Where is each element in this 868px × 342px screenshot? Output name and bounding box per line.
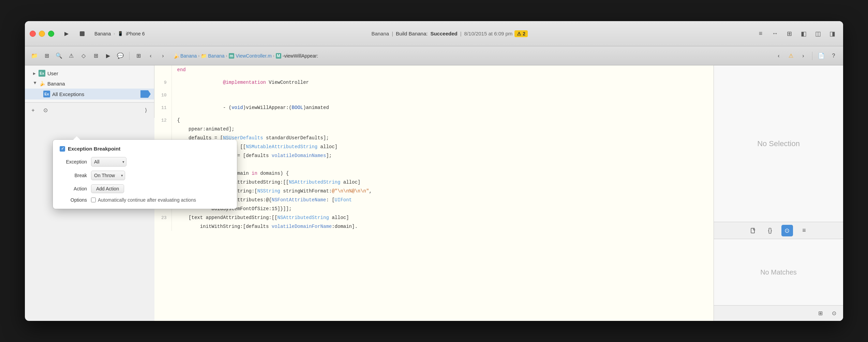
sidebar: ▶ Ex User ▶ 🍌 Banana ▶ Ex All Excepti <box>25 65 154 118</box>
circle-icon: ⊙ <box>784 227 790 234</box>
table-row: boldSystemFontOfSize:15]}]]; <box>154 204 714 213</box>
exception-row: Exception All Objective-C C++ <box>60 157 230 167</box>
svg-rect-0 <box>751 228 754 233</box>
nav-back-btn[interactable]: ‹ <box>145 50 156 61</box>
breakpoint-arrow <box>140 90 151 98</box>
circle-view-btn[interactable]: ⊙ <box>829 308 839 318</box>
table-row: 12 { <box>154 116 714 125</box>
expand-arrow-user: ▶ <box>33 72 37 75</box>
code-editor: end 9 @implementation ViewController 10 <box>154 65 714 321</box>
code-table: end 9 @implementation ViewController 10 <box>154 65 714 231</box>
exception-label: Exception <box>60 159 87 165</box>
titlebar-right: ≡ ↔ ⊞ ◧ ◫ ◨ <box>754 28 838 40</box>
nav-grid-btn[interactable]: ⊞ <box>133 50 144 61</box>
m-file-icon: m <box>229 53 235 59</box>
break-select[interactable]: On Throw On Catch <box>91 171 125 180</box>
nav-folder-btn[interactable]: 📁 <box>29 50 40 61</box>
file-inspector-tab[interactable] <box>747 225 759 236</box>
right-bottom-footer: ⊞ ⊙ <box>714 305 843 321</box>
auto-continue-checkbox[interactable] <box>91 198 96 202</box>
editor-standard-btn[interactable]: ≡ <box>754 28 767 40</box>
popover-enabled-checkbox[interactable]: ✓ <box>60 146 65 152</box>
code-content[interactable]: end 9 @implementation ViewController 10 <box>154 65 714 321</box>
run-button[interactable]: ▶ <box>60 28 73 40</box>
exception-icon: Ex <box>43 91 50 97</box>
exception-select[interactable]: All Objective-C C++ <box>91 157 126 167</box>
sidebar-item-user[interactable]: ▶ Ex User <box>25 68 154 78</box>
maximize-button[interactable] <box>48 31 54 37</box>
sidebar-item-exceptions-label: All Exceptions <box>52 91 140 97</box>
identity-inspector-tab[interactable]: ⊙ <box>781 225 793 236</box>
breadcrumb-method[interactable]: M -viewWillAppear: <box>276 53 318 59</box>
no-matches-area: No Matches <box>714 239 843 305</box>
build-status: Banana | Build Banana: Succeeded | 8/10/… <box>371 31 512 36</box>
next-issue-btn[interactable]: › <box>798 50 809 61</box>
nav-debug-btn[interactable]: ⊞ <box>90 50 101 61</box>
help-btn[interactable]: ? <box>828 50 839 61</box>
breadcrumb-banana-1[interactable]: 🍌 Banana <box>173 53 197 59</box>
table-row: initWithString:[NSString stringWithForma… <box>154 187 714 196</box>
nav-toggle-btn[interactable]: ◧ <box>797 28 810 40</box>
add-action-button[interactable]: Add Action <box>91 184 124 193</box>
view-breakpoints-btn[interactable]: ⟩ <box>141 106 151 115</box>
file-icon <box>750 228 756 234</box>
util-toggle-btn[interactable]: ◨ <box>826 28 838 40</box>
sidebar-footer: + ⊙ ⟩ <box>25 102 154 118</box>
debug-toggle-btn[interactable]: ◫ <box>812 28 824 40</box>
warning-count: 2 <box>523 31 525 36</box>
action-row: Action Add Action <box>60 184 230 193</box>
banana-app-icon: 🍌 <box>173 53 179 59</box>
nav-search-btn[interactable]: 🔍 <box>54 50 64 61</box>
no-selection-label: No Selection <box>757 139 800 148</box>
sidebar-wrapper: ▶ Ex User ▶ 🍌 Banana ▶ Ex All Excepti <box>25 65 154 321</box>
table-row: 22 [text appendAttributedString:[[NSAttr… <box>154 178 714 187</box>
sidebar-item-all-exceptions[interactable]: ▶ Ex All Exceptions <box>25 89 154 99</box>
quick-help-tab[interactable]: {} <box>764 225 776 236</box>
warning-badge[interactable]: ⚠ 2 <box>514 30 528 37</box>
filter-breakpoint-btn[interactable]: ⊙ <box>41 106 50 115</box>
editor-assistant-btn[interactable]: ↔ <box>769 28 781 40</box>
nav-warning-btn[interactable]: ⚠ <box>66 50 77 61</box>
options-label: Options <box>60 197 87 203</box>
breadcrumb-banana-2[interactable]: 📁 Banana <box>201 53 224 59</box>
toolbar: 📁 ⊞ 🔍 ⚠ ◇ ⊞ ▶ 💬 ⊞ ‹ › 🍌 Banana › 📁 Banan… <box>25 46 843 65</box>
nav-report-btn[interactable]: 💬 <box>115 50 126 61</box>
warning-inline-btn[interactable]: ⚠ <box>785 50 796 61</box>
right-bottom: No Matches ⊞ ⊙ <box>714 239 843 321</box>
close-button[interactable] <box>30 31 36 37</box>
curly-braces-icon: {} <box>768 227 772 234</box>
table-row: defaults = [NSUserDefaults standardUserD… <box>154 134 714 142</box>
new-file-btn[interactable]: 📄 <box>816 50 827 61</box>
add-breakpoint-btn[interactable]: + <box>28 106 38 115</box>
table-row: end <box>154 65 714 74</box>
banana-icon: 🍌 <box>39 80 45 87</box>
attributes-inspector-tab[interactable]: ≡ <box>798 225 810 236</box>
table-row: 10 <box>154 91 714 99</box>
sidebar-content: ▶ Ex User ▶ 🍌 Banana ▶ Ex All Excepti <box>25 65 154 102</box>
break-row: Break On Throw On Catch <box>60 171 230 180</box>
nav-table-btn[interactable]: ⊞ <box>41 50 52 61</box>
grid-view-btn[interactable]: ⊞ <box>815 308 825 318</box>
nav-forward-btn[interactable]: › <box>158 50 168 61</box>
breadcrumb: 🍌 Banana › 📁 Banana › m ViewController.m… <box>173 53 768 59</box>
stop-button[interactable] <box>76 28 88 40</box>
editor-version-btn[interactable]: ⊞ <box>783 28 795 40</box>
sidebar-item-banana[interactable]: ▶ 🍌 Banana <box>25 78 154 89</box>
traffic-lights <box>30 31 54 37</box>
table-row: 23 [text appendAttributedString:[[NSAttr… <box>154 213 714 222</box>
prev-issue-btn[interactable]: ‹ <box>773 50 784 61</box>
user-icon: Ex <box>39 70 45 77</box>
scheme-selector[interactable]: Banana › 📱 iPhone 6 <box>94 31 145 36</box>
nav-test-btn[interactable]: ◇ <box>78 50 89 61</box>
no-matches-label: No Matches <box>760 268 797 276</box>
exception-select-wrapper: All Objective-C C++ <box>91 157 126 167</box>
breadcrumb-viewcontroller[interactable]: m ViewController.m <box>229 53 272 59</box>
auto-continue-label: Automatically continue after evaluating … <box>98 197 196 203</box>
build-project: Banana <box>371 31 389 36</box>
nav-bp-btn[interactable]: ▶ <box>103 50 114 61</box>
table-row: ppear:animated]; <box>154 125 714 134</box>
table-row: tedString *text = [[NSMutableAttributedS… <box>154 142 714 151</box>
build-status-bar: Banana | Build Banana: Succeeded | 8/10/… <box>148 30 751 37</box>
minimize-button[interactable] <box>39 31 45 37</box>
table-row: 19 NSArray *domains = [defaults volatile… <box>154 151 714 160</box>
